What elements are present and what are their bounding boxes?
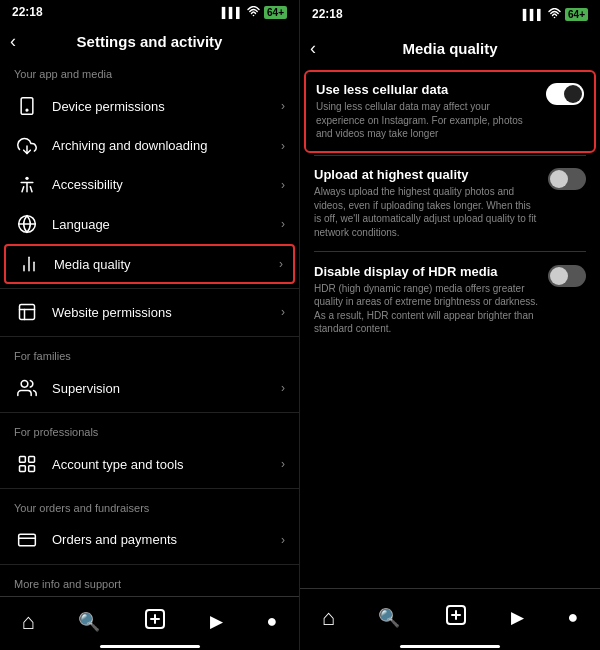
toggle-knob-hdr [550,267,568,285]
menu-item-orders-payments[interactable]: Orders and payments › [0,520,299,559]
toggle-knob-quality [550,170,568,188]
device-icon [14,96,40,116]
bottom-indicator-left [0,646,299,650]
menu-item-accessibility[interactable]: Accessibility › [0,165,299,204]
chevron-supervision: › [281,381,285,395]
chevron-accessibility: › [281,178,285,192]
right-spacer [300,348,600,589]
right-panel: 22:18 ▌▌▌ 64+ ‹ Media quality Use less c… [300,0,600,650]
menu-item-media-quality[interactable]: Media quality › [4,244,295,284]
plus-nav-icon[interactable] [135,599,175,645]
menu-item-archiving[interactable]: Archiving and downloading › [0,126,299,165]
chevron-media-quality: › [279,257,283,271]
upload-quality-text: Upload at highest quality Always upload … [314,167,538,239]
signal-icon-right: ▌▌▌ [523,9,544,20]
toggle-knob-cellular [564,85,582,103]
chevron-account: › [281,457,285,471]
svg-point-4 [25,177,28,180]
svg-rect-17 [19,534,36,546]
accessibility-icon [14,175,40,195]
account-type-label: Account type and tools [52,457,281,472]
reels-nav-icon[interactable]: ▶ [202,603,231,640]
search-nav-icon-right[interactable]: 🔍 [370,599,408,637]
wifi-icon-right [548,8,561,21]
language-icon [14,214,40,234]
archive-icon [14,136,40,156]
home-indicator-bar-left [100,645,200,648]
search-nav-icon[interactable]: 🔍 [70,603,108,641]
plus-nav-icon-right[interactable] [436,595,476,641]
bottom-indicator-right [300,646,600,650]
home-nav-icon-right[interactable]: ⌂ [314,597,343,639]
menu-item-device-permissions[interactable]: Device permissions › [0,86,299,125]
setting-upload-quality[interactable]: Upload at highest quality Always upload … [300,155,600,251]
device-permissions-label: Device permissions [52,99,281,114]
battery-icon-left: 64+ [264,6,287,19]
media-quality-label: Media quality [54,257,279,272]
svg-point-0 [253,14,255,16]
menu-item-account-type[interactable]: Account type and tools › [0,444,299,483]
use-less-cellular-desc: Using less cellular data may affect your… [316,100,536,141]
menu-item-language[interactable]: Language › [0,205,299,244]
chevron-device: › [281,99,285,113]
account-type-icon [14,454,40,474]
time-right: 22:18 [312,7,343,21]
menu-item-supervision[interactable]: Supervision › [0,368,299,407]
svg-rect-14 [29,457,35,463]
left-panel-title: Settings and activity [77,33,223,50]
upload-quality-title: Upload at highest quality [314,167,538,182]
svg-point-12 [21,381,28,388]
use-less-cellular-toggle[interactable] [546,83,584,105]
svg-point-22 [554,16,556,18]
svg-point-2 [26,109,28,111]
setting-disable-hdr[interactable]: Disable display of HDR media HDR (high d… [300,252,600,348]
upload-quality-toggle[interactable] [548,168,586,190]
disable-hdr-desc: HDR (high dynamic range) media offers gr… [314,282,538,336]
section-label-families: For families [0,340,299,368]
right-panel-title: Media quality [402,40,497,57]
disable-hdr-text: Disable display of HDR media HDR (high d… [314,264,538,336]
profile-nav-icon-right[interactable]: ● [559,599,586,636]
left-header: ‹ Settings and activity [0,24,299,58]
svg-rect-9 [20,305,35,320]
section-label-professionals: For professionals [0,416,299,444]
signal-icon: ▌▌▌ [222,7,243,18]
accessibility-label: Accessibility [52,177,281,192]
back-button-left[interactable]: ‹ [10,31,16,52]
website-permissions-label: Website permissions [52,305,281,320]
setting-use-less-cellular[interactable]: Use less cellular data Using less cellul… [304,70,596,153]
chevron-language: › [281,217,285,231]
battery-icon-right: 64+ [565,8,588,21]
reels-nav-icon-right[interactable]: ▶ [503,599,532,636]
archiving-label: Archiving and downloading [52,138,281,153]
profile-nav-icon[interactable]: ● [259,603,286,640]
svg-rect-1 [21,98,33,115]
supervision-label: Supervision [52,381,281,396]
section-label-more-info: More info and support [0,568,299,596]
use-less-cellular-title: Use less cellular data [316,82,536,97]
back-button-right[interactable]: ‹ [310,38,316,59]
bottom-nav-left: ⌂ 🔍 ▶ ● [0,596,299,646]
wifi-icon [247,6,260,19]
chevron-website: › [281,305,285,319]
disable-hdr-toggle[interactable] [548,265,586,287]
upload-quality-desc: Always upload the highest quality photos… [314,185,538,239]
svg-rect-16 [29,466,35,472]
status-icons-right: ▌▌▌ 64+ [523,8,588,21]
chevron-archive: › [281,139,285,153]
status-icons-left: ▌▌▌ 64+ [222,6,287,19]
disable-hdr-title: Disable display of HDR media [314,264,538,279]
menu-item-website-permissions[interactable]: Website permissions › [0,293,299,332]
chevron-orders: › [281,533,285,547]
use-less-cellular-text: Use less cellular data Using less cellul… [316,82,536,141]
svg-rect-13 [20,457,26,463]
time-left: 22:18 [12,5,43,19]
website-icon [14,302,40,322]
status-bar-right: 22:18 ▌▌▌ 64+ [300,0,600,28]
right-header: ‹ Media quality [300,28,600,68]
home-nav-icon[interactable]: ⌂ [14,601,43,643]
svg-rect-15 [20,466,26,472]
section-label-orders: Your orders and fundraisers [0,492,299,520]
left-panel: 22:18 ▌▌▌ 64+ ‹ Settings and activity Yo… [0,0,300,650]
orders-icon [14,530,40,550]
